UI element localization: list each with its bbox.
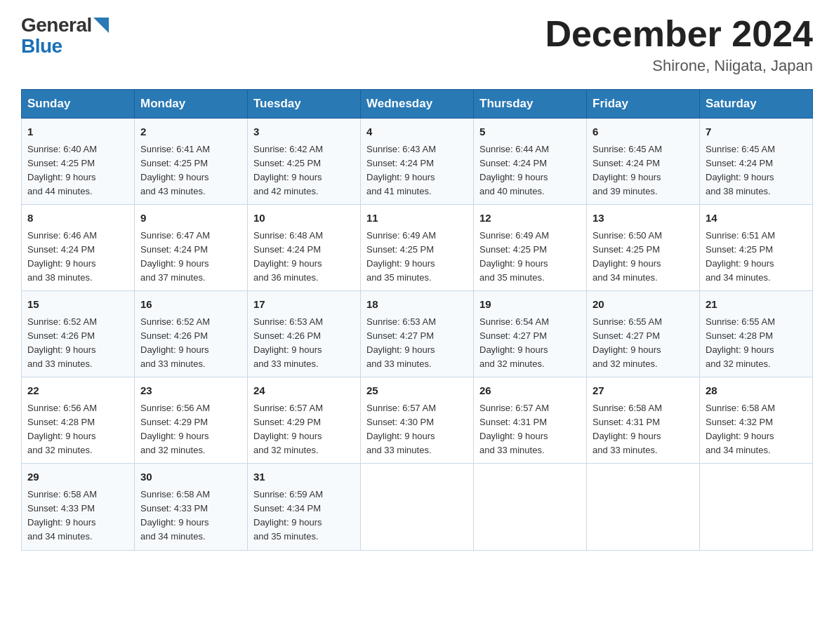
day-info: Sunrise: 6:58 AMSunset: 4:31 PMDaylight:… [593, 401, 694, 458]
day-number: 17 [253, 297, 355, 313]
day-info: Sunrise: 6:49 AMSunset: 4:25 PMDaylight:… [479, 229, 581, 286]
day-info: Sunrise: 6:42 AMSunset: 4:25 PMDaylight:… [253, 142, 355, 199]
calendar-cell: 28Sunrise: 6:58 AMSunset: 4:32 PMDayligh… [700, 377, 813, 464]
day-number: 19 [479, 297, 581, 313]
svg-marker-0 [93, 18, 109, 33]
day-number: 15 [27, 297, 128, 313]
day-info: Sunrise: 6:56 AMSunset: 4:28 PMDaylight:… [27, 401, 128, 458]
calendar-cell: 4Sunrise: 6:43 AMSunset: 4:24 PMDaylight… [361, 119, 474, 205]
day-number: 21 [706, 297, 807, 313]
calendar-cell: 26Sunrise: 6:57 AMSunset: 4:31 PMDayligh… [474, 377, 587, 464]
calendar-cell: 23Sunrise: 6:56 AMSunset: 4:29 PMDayligh… [135, 377, 248, 464]
day-number: 22 [27, 383, 128, 399]
day-info: Sunrise: 6:52 AMSunset: 4:26 PMDaylight:… [27, 315, 128, 372]
day-number: 5 [479, 124, 581, 140]
day-number: 2 [140, 124, 241, 140]
day-number: 27 [593, 383, 694, 399]
logo-general: General [21, 14, 92, 36]
calendar-cell [700, 464, 813, 550]
calendar-cell: 5Sunrise: 6:44 AMSunset: 4:24 PMDaylight… [474, 119, 587, 205]
day-info: Sunrise: 6:49 AMSunset: 4:25 PMDaylight:… [366, 229, 468, 286]
day-info: Sunrise: 6:57 AMSunset: 4:30 PMDaylight:… [366, 401, 468, 458]
calendar-cell: 17Sunrise: 6:53 AMSunset: 4:26 PMDayligh… [248, 291, 361, 377]
day-number: 30 [140, 469, 241, 485]
header-thursday: Thursday [474, 90, 587, 119]
day-info: Sunrise: 6:57 AMSunset: 4:29 PMDaylight:… [253, 401, 355, 458]
header-sunday: Sunday [22, 90, 135, 119]
week-row-1: 1Sunrise: 6:40 AMSunset: 4:25 PMDaylight… [22, 119, 813, 205]
calendar-cell: 15Sunrise: 6:52 AMSunset: 4:26 PMDayligh… [22, 291, 135, 377]
month-title: December 2024 [545, 14, 813, 54]
day-info: Sunrise: 6:45 AMSunset: 4:24 PMDaylight:… [706, 142, 807, 199]
day-number: 29 [27, 469, 128, 485]
day-info: Sunrise: 6:58 AMSunset: 4:33 PMDaylight:… [140, 488, 241, 544]
week-row-2: 8Sunrise: 6:46 AMSunset: 4:24 PMDaylight… [22, 205, 813, 291]
day-number: 14 [706, 210, 807, 227]
calendar-cell [587, 464, 700, 550]
day-info: Sunrise: 6:58 AMSunset: 4:32 PMDaylight:… [706, 401, 807, 458]
day-number: 9 [140, 210, 241, 227]
calendar-cell: 14Sunrise: 6:51 AMSunset: 4:25 PMDayligh… [700, 205, 813, 291]
calendar-cell: 30Sunrise: 6:58 AMSunset: 4:33 PMDayligh… [135, 464, 248, 550]
logo-icon [93, 18, 109, 33]
day-info: Sunrise: 6:45 AMSunset: 4:24 PMDaylight:… [593, 142, 694, 199]
day-number: 12 [479, 210, 581, 227]
day-number: 16 [140, 297, 241, 313]
calendar-cell: 3Sunrise: 6:42 AMSunset: 4:25 PMDaylight… [248, 119, 361, 205]
calendar-cell: 19Sunrise: 6:54 AMSunset: 4:27 PMDayligh… [474, 291, 587, 377]
day-number: 20 [593, 297, 694, 313]
calendar-cell: 10Sunrise: 6:48 AMSunset: 4:24 PMDayligh… [248, 205, 361, 291]
day-info: Sunrise: 6:44 AMSunset: 4:24 PMDaylight:… [479, 142, 581, 199]
day-info: Sunrise: 6:50 AMSunset: 4:25 PMDaylight:… [593, 229, 694, 286]
day-number: 31 [253, 469, 355, 485]
header-friday: Friday [587, 90, 700, 119]
header-row: SundayMondayTuesdayWednesdayThursdayFrid… [22, 90, 813, 119]
calendar-cell: 31Sunrise: 6:59 AMSunset: 4:34 PMDayligh… [248, 464, 361, 550]
day-info: Sunrise: 6:56 AMSunset: 4:29 PMDaylight:… [140, 401, 241, 458]
day-number: 11 [366, 210, 468, 227]
day-info: Sunrise: 6:54 AMSunset: 4:27 PMDaylight:… [479, 315, 581, 372]
calendar-body: 1Sunrise: 6:40 AMSunset: 4:25 PMDaylight… [22, 119, 813, 550]
calendar-header: SundayMondayTuesdayWednesdayThursdayFrid… [22, 90, 813, 119]
day-number: 23 [140, 383, 241, 399]
day-info: Sunrise: 6:55 AMSunset: 4:28 PMDaylight:… [706, 315, 807, 372]
day-info: Sunrise: 6:47 AMSunset: 4:24 PMDaylight:… [140, 229, 241, 286]
day-number: 25 [366, 383, 468, 399]
calendar-cell: 20Sunrise: 6:55 AMSunset: 4:27 PMDayligh… [587, 291, 700, 377]
calendar-cell [361, 464, 474, 550]
day-number: 26 [479, 383, 581, 399]
location: Shirone, Niigata, Japan [545, 57, 813, 75]
calendar-cell: 6Sunrise: 6:45 AMSunset: 4:24 PMDaylight… [587, 119, 700, 205]
page-header: General Blue December 2024 Shirone, Niig… [21, 14, 813, 75]
calendar-cell: 18Sunrise: 6:53 AMSunset: 4:27 PMDayligh… [361, 291, 474, 377]
calendar-cell: 13Sunrise: 6:50 AMSunset: 4:25 PMDayligh… [587, 205, 700, 291]
day-info: Sunrise: 6:48 AMSunset: 4:24 PMDaylight:… [253, 229, 355, 286]
week-row-4: 22Sunrise: 6:56 AMSunset: 4:28 PMDayligh… [22, 377, 813, 464]
logo-blue: Blue [21, 35, 62, 58]
day-number: 13 [593, 210, 694, 227]
day-info: Sunrise: 6:55 AMSunset: 4:27 PMDaylight:… [593, 315, 694, 372]
day-number: 28 [706, 383, 807, 399]
day-info: Sunrise: 6:52 AMSunset: 4:26 PMDaylight:… [140, 315, 241, 372]
day-info: Sunrise: 6:40 AMSunset: 4:25 PMDaylight:… [27, 142, 128, 199]
calendar-cell: 11Sunrise: 6:49 AMSunset: 4:25 PMDayligh… [361, 205, 474, 291]
day-info: Sunrise: 6:57 AMSunset: 4:31 PMDaylight:… [479, 401, 581, 458]
day-info: Sunrise: 6:59 AMSunset: 4:34 PMDaylight:… [253, 488, 355, 544]
header-wednesday: Wednesday [361, 90, 474, 119]
calendar-cell: 16Sunrise: 6:52 AMSunset: 4:26 PMDayligh… [135, 291, 248, 377]
calendar-cell [474, 464, 587, 550]
calendar-cell: 7Sunrise: 6:45 AMSunset: 4:24 PMDaylight… [700, 119, 813, 205]
day-number: 10 [253, 210, 355, 227]
day-number: 4 [366, 124, 468, 140]
header-monday: Monday [135, 90, 248, 119]
header-saturday: Saturday [700, 90, 813, 119]
day-info: Sunrise: 6:51 AMSunset: 4:25 PMDaylight:… [706, 229, 807, 286]
day-number: 8 [27, 210, 128, 227]
calendar-cell: 25Sunrise: 6:57 AMSunset: 4:30 PMDayligh… [361, 377, 474, 464]
day-info: Sunrise: 6:41 AMSunset: 4:25 PMDaylight:… [140, 142, 241, 199]
calendar-cell: 12Sunrise: 6:49 AMSunset: 4:25 PMDayligh… [474, 205, 587, 291]
calendar-cell: 24Sunrise: 6:57 AMSunset: 4:29 PMDayligh… [248, 377, 361, 464]
day-info: Sunrise: 6:53 AMSunset: 4:27 PMDaylight:… [366, 315, 468, 372]
calendar-cell: 8Sunrise: 6:46 AMSunset: 4:24 PMDaylight… [22, 205, 135, 291]
day-info: Sunrise: 6:53 AMSunset: 4:26 PMDaylight:… [253, 315, 355, 372]
